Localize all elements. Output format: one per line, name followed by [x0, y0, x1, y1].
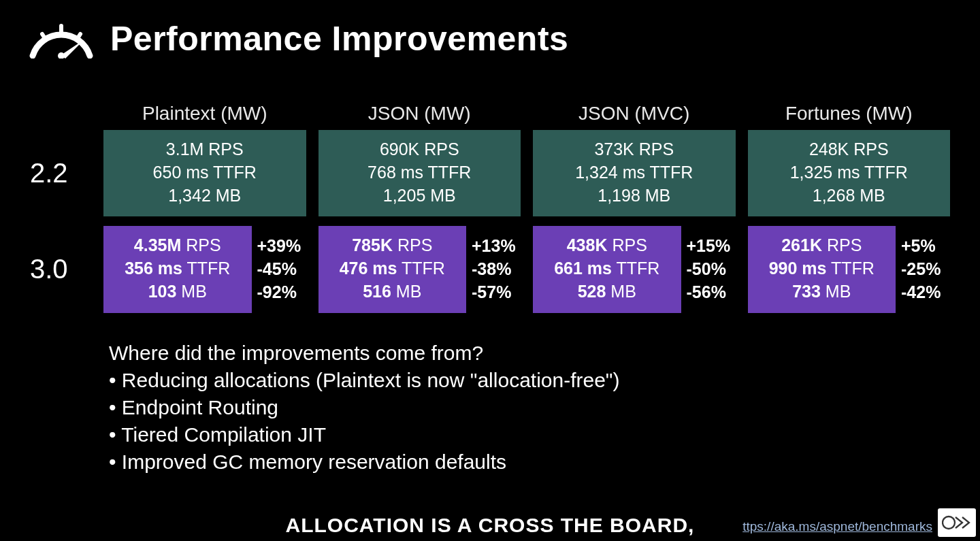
metric-box-30: 4.35M RPS356 ms TTFR103 MB [103, 226, 252, 312]
benchmark-link[interactable]: ttps://aka.ms/aspnet/benchmarks [742, 519, 932, 534]
cell: 438K RPS661 ms TTFR528 MB +15% -50% -56% [533, 216, 736, 312]
pct-col: +13% -38% -57% [472, 216, 521, 312]
cell: 690K RPS768 ms TTFR1,205 MB [318, 130, 521, 216]
slide-title: Performance Improvements [110, 19, 568, 59]
metric-box-22: 373K RPS1,324 ms TTFR1,198 MB [533, 130, 736, 216]
metric-box-22: 3.1M RPS650 ms TTFR1,342 MB [103, 130, 306, 216]
svg-line-2 [77, 34, 80, 39]
col-header: JSON (MW) [318, 103, 521, 130]
cell: 4.35M RPS356 ms TTFR103 MB +39% -45% -92… [103, 216, 306, 312]
metric-box-22: 248K RPS1,325 ms TTFR1,268 MB [748, 130, 951, 216]
gauge-icon [27, 19, 95, 59]
watermark-logo [938, 508, 976, 537]
col-header: Fortunes (MW) [748, 103, 951, 130]
svg-line-0 [42, 34, 46, 39]
metric-box-30: 785K RPS476 ms TTFR516 MB [318, 226, 467, 312]
bullet-item: Endpoint Routing [109, 396, 953, 419]
svg-point-4 [58, 52, 65, 59]
slide: Performance Improvements Plaintext (MW) … [0, 0, 980, 474]
row-label-30: 3.0 [30, 244, 91, 284]
bullet-item: Improved GC memory reservation defaults [109, 450, 953, 474]
title-row: Performance Improvements [27, 19, 953, 59]
col-header: Plaintext (MW) [103, 103, 306, 130]
bullet-item: Tiered Compilation JIT [109, 423, 953, 446]
cell: 261K RPS990 ms TTFR733 MB +5% -25% -42% [748, 216, 951, 312]
metrics-grid: Plaintext (MW) JSON (MW) JSON (MVC) Fort… [27, 103, 953, 313]
cell: 248K RPS1,325 ms TTFR1,268 MB [748, 130, 951, 216]
svg-marker-3 [61, 39, 84, 59]
pct-col: +15% -50% -56% [687, 216, 736, 312]
svg-point-5 [943, 517, 955, 529]
metric-box-30: 438K RPS661 ms TTFR528 MB [533, 226, 681, 312]
cell: 373K RPS1,324 ms TTFR1,198 MB [533, 130, 736, 216]
metric-box-30: 261K RPS990 ms TTFR733 MB [748, 226, 896, 312]
cell: 785K RPS476 ms TTFR516 MB +13% -38% -57% [318, 216, 521, 312]
question-text: Where did the improvements come from? [109, 342, 953, 365]
metric-box-22: 690K RPS768 ms TTFR1,205 MB [318, 130, 521, 216]
row-label-22: 2.2 [30, 158, 91, 188]
bullet-item: Reducing allocations (Plaintext is now "… [109, 369, 953, 392]
explanation-block: Where did the improvements come from? Re… [109, 342, 953, 474]
pct-col: +5% -25% -42% [901, 216, 950, 312]
cell: 3.1M RPS650 ms TTFR1,342 MB [103, 130, 306, 216]
col-header: JSON (MVC) [533, 103, 736, 130]
pct-col: +39% -45% -92% [257, 216, 306, 312]
